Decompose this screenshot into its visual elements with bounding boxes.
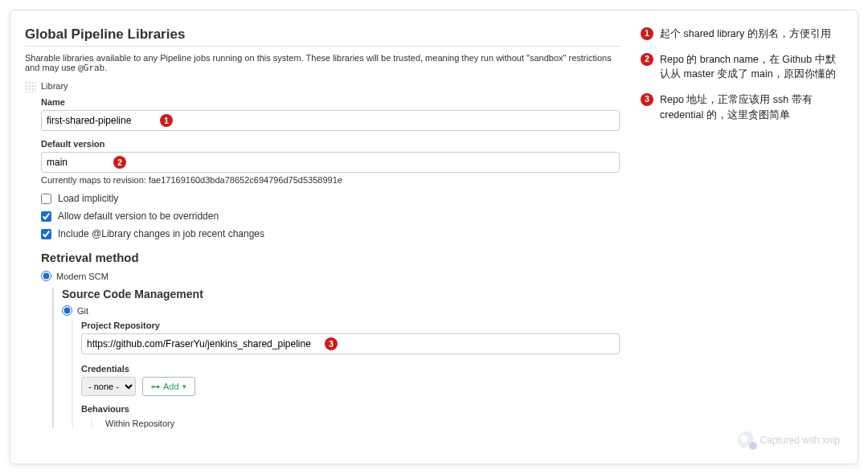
modern-scm-radio[interactable] bbox=[41, 271, 51, 281]
retrieval-method-heading: Retrieval method bbox=[41, 251, 620, 264]
project-repo-input[interactable] bbox=[81, 333, 620, 354]
watermark: Captured with xnip bbox=[738, 431, 840, 449]
desc-code: @Grab bbox=[78, 63, 104, 73]
revision-hint: Currently maps to revision: fae17169160d… bbox=[41, 175, 620, 185]
add-credentials-button[interactable]: ⊶ Add ▾ bbox=[142, 377, 195, 396]
project-repo-label: Project Repository bbox=[81, 321, 620, 330]
include-changes-label: Include @Library changes in job recent c… bbox=[58, 228, 264, 239]
load-implicitly-checkbox[interactable] bbox=[41, 194, 51, 204]
scm-heading: Source Code Management bbox=[62, 288, 620, 300]
annotation-1-text: 起个 shared library 的别名，方便引用 bbox=[660, 27, 831, 41]
include-changes-checkbox[interactable] bbox=[41, 229, 51, 239]
annotation-1: 1 起个 shared library 的别名，方便引用 bbox=[641, 27, 843, 41]
desc-text-post: . bbox=[104, 63, 107, 72]
library-name-input[interactable] bbox=[41, 110, 620, 131]
annotation-2: 2 Repo 的 branch name，在 Github 中默认从 maste… bbox=[641, 52, 843, 81]
annotation-3-text: Repo 地址，正常应该用 ssh 带有 credential 的，这里贪图简单 bbox=[660, 92, 843, 121]
allow-override-label: Allow default version to be overridden bbox=[58, 210, 219, 222]
annotation-3: 3 Repo 地址，正常应该用 ssh 带有 credential 的，这里贪图… bbox=[641, 92, 843, 121]
annotation-badge-1: 1 bbox=[160, 114, 173, 127]
name-label: Name bbox=[41, 97, 620, 107]
git-label: Git bbox=[77, 306, 88, 316]
key-icon: ⊶ bbox=[151, 382, 160, 392]
credentials-label: Credentials bbox=[81, 364, 620, 374]
annotation-badge-2-side: 2 bbox=[641, 53, 653, 66]
annotation-2-text: Repo 的 branch name，在 Github 中默认从 master … bbox=[660, 52, 843, 81]
annotation-badge-2: 2 bbox=[113, 156, 126, 169]
page-title: Global Pipeline Libraries bbox=[25, 27, 620, 47]
page-description: Sharable libraries available to any Pipe… bbox=[25, 53, 620, 73]
annotation-badge-3: 3 bbox=[325, 337, 338, 350]
chevron-down-icon: ▾ bbox=[182, 382, 186, 390]
annotation-badge-3-side: 3 bbox=[641, 93, 653, 106]
add-button-label: Add bbox=[163, 382, 179, 391]
default-version-label: Default version bbox=[41, 139, 620, 149]
watermark-text: Captured with xnip bbox=[760, 435, 840, 446]
drag-handle-icon[interactable] bbox=[25, 81, 36, 92]
desc-text: Sharable libraries available to any Pipe… bbox=[25, 53, 612, 72]
behaviours-sub: Within Repository bbox=[105, 419, 620, 428]
watermark-icon bbox=[738, 431, 755, 449]
default-version-input[interactable] bbox=[41, 152, 620, 173]
credentials-select[interactable]: - none - bbox=[81, 377, 136, 396]
allow-override-checkbox[interactable] bbox=[41, 211, 51, 222]
annotation-badge-1-side: 1 bbox=[641, 27, 653, 40]
behaviours-label: Behaviours bbox=[81, 404, 620, 414]
load-implicitly-label: Load implicitly bbox=[58, 193, 118, 204]
modern-scm-label: Modern SCM bbox=[56, 272, 108, 281]
git-radio[interactable] bbox=[62, 305, 72, 316]
library-section-label: Library bbox=[41, 81, 68, 91]
